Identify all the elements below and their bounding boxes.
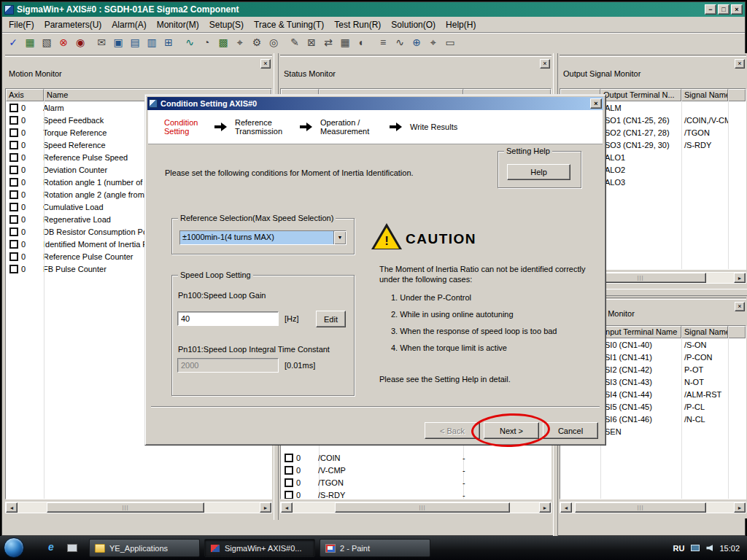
report-icon[interactable]: ✉ bbox=[93, 35, 109, 50]
scroll-right-icon[interactable]: ► bbox=[260, 502, 271, 513]
scope-icon[interactable]: ◎ bbox=[266, 35, 282, 50]
column-header[interactable] bbox=[728, 89, 746, 101]
table-row[interactable]: 0/S-RDY- bbox=[281, 489, 551, 499]
menu-setup[interactable]: Setup(S) bbox=[204, 18, 249, 31]
scroll-right-icon[interactable]: ► bbox=[539, 502, 551, 513]
verify-icon[interactable]: ✓ bbox=[5, 35, 21, 50]
row-checkbox[interactable] bbox=[9, 128, 18, 137]
table-row[interactable]: 0/V-CMP- bbox=[281, 464, 551, 476]
menu-icon[interactable]: ≡ bbox=[375, 35, 391, 50]
menu-solution[interactable]: Solution(O) bbox=[386, 18, 441, 31]
table-icon[interactable]: ▦ bbox=[337, 35, 353, 50]
crosshair-icon[interactable]: ⌖ bbox=[425, 35, 441, 50]
menu-file[interactable]: File(F) bbox=[4, 18, 39, 31]
menu-parameters[interactable]: Parameters(U) bbox=[39, 18, 107, 31]
scroll-left-icon[interactable]: ◄ bbox=[560, 502, 572, 513]
row-checkbox[interactable] bbox=[285, 466, 293, 475]
menu-trace-tuning[interactable]: Trace & Tuning(T) bbox=[249, 18, 329, 31]
locate-icon[interactable]: ⌖ bbox=[232, 35, 248, 50]
transfer-icon[interactable]: ⇄ bbox=[320, 35, 336, 50]
mail-icon[interactable]: ⊠ bbox=[303, 35, 320, 50]
close-icon[interactable]: × bbox=[540, 59, 550, 69]
table-row[interactable]: 0/TGON- bbox=[281, 476, 551, 489]
language-indicator[interactable]: RU bbox=[673, 544, 685, 553]
max-speed-combobox[interactable]: ±1000min-1(4 turns MAX) ▼ bbox=[179, 230, 347, 245]
parameter-edit-icon[interactable]: ▦ bbox=[22, 35, 38, 50]
dialog-titlebar[interactable]: Condition Setting AXIS#0 × bbox=[147, 97, 603, 110]
row-checkbox[interactable] bbox=[285, 478, 293, 487]
alarm-display-icon[interactable]: ⊗ bbox=[55, 35, 71, 50]
restore-button[interactable]: □ bbox=[718, 4, 729, 15]
row-checkbox[interactable] bbox=[9, 153, 18, 162]
cancel-button[interactable]: Cancel bbox=[543, 422, 598, 439]
row-checkbox[interactable] bbox=[9, 190, 18, 199]
pn100-input[interactable] bbox=[177, 311, 279, 326]
column-header-terminal[interactable]: Input Terminal Name bbox=[600, 326, 681, 338]
scrollbar-thumb[interactable] bbox=[575, 502, 706, 513]
close-icon[interactable]: × bbox=[260, 59, 271, 69]
meter-icon[interactable]: ◐ bbox=[354, 35, 370, 50]
next-button[interactable]: Next > bbox=[484, 422, 539, 439]
trace-icon[interactable]: ▧ bbox=[39, 35, 55, 50]
start-button[interactable] bbox=[4, 537, 24, 558]
taskbar-task-sigmawin[interactable]: SigmaWin+ AXIS#0... bbox=[204, 539, 315, 557]
row-checkbox[interactable] bbox=[9, 116, 18, 125]
horizontal-scrollbar[interactable]: ◄ ► bbox=[280, 502, 551, 513]
window-titlebar[interactable]: SigmaWin+ AXIS#0 : SGDH-01AE Sigma2 Comp… bbox=[2, 2, 745, 17]
column-header-signal[interactable]: Signal Name bbox=[681, 326, 728, 338]
edit-button[interactable]: Edit bbox=[316, 311, 346, 327]
column-header-signal[interactable]: Signal Name bbox=[681, 89, 728, 101]
row-checkbox[interactable] bbox=[9, 252, 18, 261]
row-checkbox[interactable] bbox=[9, 240, 18, 249]
help-button[interactable]: Help bbox=[507, 164, 570, 180]
column-header-terminal[interactable]: Output Terminal N... bbox=[600, 89, 681, 101]
table-row[interactable]: 0/COIN- bbox=[281, 451, 551, 464]
alarm-traceback-icon[interactable]: ◉ bbox=[72, 35, 88, 50]
clock[interactable]: 15:02 bbox=[719, 544, 740, 553]
status-monitor-icon[interactable]: ▥ bbox=[144, 35, 160, 50]
row-checkbox[interactable] bbox=[9, 203, 18, 211]
horizontal-scrollbar[interactable]: ◄ ► bbox=[5, 502, 272, 513]
taskbar-task-paint[interactable]: 2 - Paint bbox=[320, 539, 430, 557]
row-checkbox[interactable] bbox=[9, 104, 18, 112]
row-checkbox[interactable] bbox=[9, 215, 18, 224]
gear-icon[interactable]: ⚙ bbox=[249, 35, 265, 50]
row-checkbox[interactable] bbox=[9, 228, 18, 236]
close-icon[interactable]: × bbox=[735, 302, 745, 311]
row-checkbox[interactable] bbox=[9, 178, 18, 187]
row-checkbox[interactable] bbox=[285, 454, 293, 462]
waveform-icon[interactable]: ∿ bbox=[182, 35, 198, 50]
network-icon[interactable] bbox=[691, 545, 700, 551]
scroll-left-icon[interactable]: ◄ bbox=[281, 502, 293, 513]
horizontal-scrollbar[interactable]: ◄ ► bbox=[560, 502, 746, 513]
row-checkbox[interactable] bbox=[9, 265, 18, 273]
close-icon[interactable]: × bbox=[735, 59, 745, 69]
scroll-right-icon[interactable]: ► bbox=[734, 502, 746, 513]
wave-icon[interactable]: ∿ bbox=[392, 35, 408, 50]
row-checkbox[interactable] bbox=[285, 491, 293, 499]
row-checkbox[interactable] bbox=[9, 166, 18, 174]
row-checkbox[interactable] bbox=[9, 141, 18, 149]
menu-alarm[interactable]: Alarm(A) bbox=[107, 18, 151, 31]
menu-monitor[interactable]: Monitor(M) bbox=[152, 18, 204, 31]
scrollbar-thumb[interactable] bbox=[47, 502, 204, 513]
show-desktop-icon[interactable] bbox=[67, 544, 77, 552]
dialog-close-icon[interactable]: × bbox=[590, 98, 602, 109]
column-header-axis[interactable]: Axis bbox=[6, 89, 44, 101]
zoom-icon[interactable]: ⊕ bbox=[409, 35, 425, 50]
close-button[interactable]: × bbox=[731, 4, 743, 15]
minimize-button[interactable]: − bbox=[705, 4, 716, 15]
plc-icon[interactable]: ▩ bbox=[215, 35, 231, 50]
scrollbar-thumb[interactable] bbox=[335, 502, 510, 513]
chevron-down-icon[interactable]: ▼ bbox=[333, 231, 346, 244]
volume-icon[interactable] bbox=[706, 545, 713, 551]
screen-icon[interactable]: ▭ bbox=[442, 35, 458, 50]
gauge-icon[interactable]: ◔ bbox=[198, 35, 214, 50]
tuning-icon[interactable]: ✎ bbox=[287, 35, 303, 50]
menu-help[interactable]: Help(H) bbox=[441, 18, 481, 31]
column-header[interactable] bbox=[728, 326, 746, 338]
menu-test-run[interactable]: Test Run(R) bbox=[329, 18, 386, 31]
taskbar-task-ye-applications[interactable]: YE_Applications bbox=[89, 539, 200, 557]
system-monitor-icon[interactable]: ▣ bbox=[110, 35, 126, 50]
internet-explorer-icon[interactable]: e bbox=[48, 541, 54, 553]
